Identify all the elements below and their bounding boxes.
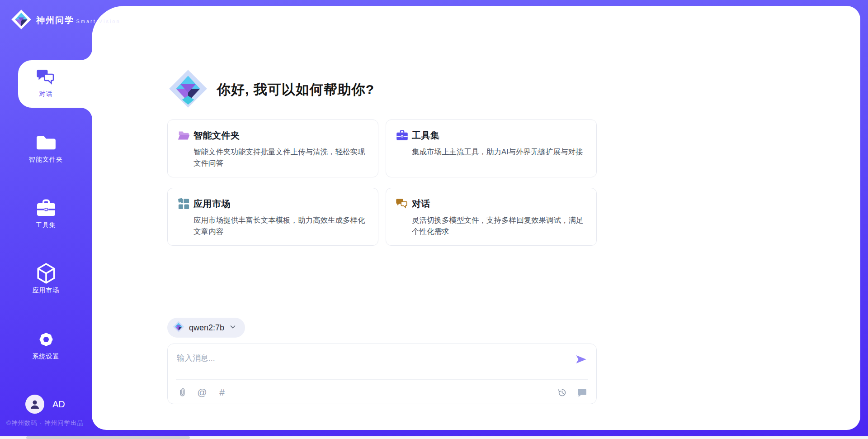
sidebar-item-settings[interactable]: 系统设置 [0,329,92,361]
composer-toolbar: @ # [177,385,587,400]
quick-reply-bubble-icon[interactable] [576,387,587,398]
grid-market-icon [178,198,190,210]
send-button[interactable] [575,353,587,366]
sidebar-item-smart-folder[interactable]: 智能文件夹 [0,133,92,164]
feature-cards-grid: 智能文件夹 智能文件夹功能支持批量文件上传与清洗，轻松实现文件问答 工具集 集成… [167,119,597,246]
user-account-row[interactable]: AD [25,395,65,414]
card-description: 集成市场上主流工具，助力AI与外界无缝扩展与对接 [412,146,585,157]
card-description: 智能文件夹功能支持批量文件上传与清洗，轻松实现文件问答 [193,146,367,169]
chat-bubbles-icon [396,198,408,210]
card-title: 智能文件夹 [193,129,367,142]
sidebar-item-label: 应用市场 [0,286,92,295]
card-chat[interactable]: 对话 灵活切换多模型文件，支持多样回复效果调试，满足个性化需求 [386,188,597,246]
card-description: 灵活切换多模型文件，支持多样回复效果调试，满足个性化需求 [412,215,585,237]
chat-bubbles-icon [0,67,92,87]
active-nav-fillet-bottom [80,108,92,119]
composer-divider [176,379,588,380]
folder-icon [0,133,92,153]
app-root: 神州问学 Smart Vision 对话 智能文件夹 [0,0,868,439]
card-smart-folder[interactable]: 智能文件夹 智能文件夹功能支持批量文件上传与清洗，轻松实现文件问答 [167,119,378,177]
person-icon [29,398,41,410]
history-icon[interactable] [557,387,567,398]
user-name: AD [52,399,65,410]
brand-text: 神州问学 Smart Vision [36,14,121,26]
gear-icon [0,329,92,349]
active-nav-fillet-top [80,48,92,60]
sidebar-item-app-market[interactable]: 应用市场 [0,263,92,295]
horizontal-scrollbar [0,436,868,439]
message-composer: @ # [167,344,597,404]
briefcase-icon [396,129,408,142]
card-toolset[interactable]: 工具集 集成市场上主流工具，助力AI与外界无缝扩展与对接 [386,119,597,177]
assistant-diamond-logo-icon [168,69,208,110]
topic-hash-icon[interactable]: # [217,387,227,398]
sidebar-item-label: 智能文件夹 [0,156,92,164]
card-title: 工具集 [412,129,585,142]
sidebar-item-toolset[interactable]: 工具集 [0,198,92,229]
brand-diamond-logo-icon [11,9,32,32]
avatar [25,395,44,414]
card-title: 应用市场 [193,198,367,210]
model-name: qwen2:7b [189,323,224,333]
greeting-block: 你好, 我可以如何帮助你? [168,67,374,112]
attachment-paperclip-icon[interactable] [177,387,188,398]
card-description: 应用市场提供丰富长文本模板，助力高效生成多样化文章内容 [193,215,367,237]
card-title: 对话 [412,198,585,210]
brand-subtitle: Smart Vision [76,19,120,24]
horizontal-scrollbar-thumb[interactable] [26,436,190,439]
send-plane-icon [575,353,587,366]
briefcase-icon [0,198,92,218]
folder-open-icon [178,129,190,142]
sidebar-item-chat[interactable]: 对话 [0,67,92,98]
message-input[interactable] [177,350,529,366]
sidebar-item-label: 工具集 [0,221,92,229]
chevron-down-icon [229,323,237,333]
sidebar-item-label: 对话 [0,90,92,98]
card-app-market[interactable]: 应用市场 应用市场提供丰富长文本模板，助力高效生成多样化文章内容 [167,188,378,246]
sidebar-item-label: 系统设置 [0,353,92,361]
mention-at-icon[interactable]: @ [197,387,208,398]
brand-logo-block: 神州问学 Smart Vision [11,9,121,32]
composer-right-tools [557,387,587,398]
greeting-title: 你好, 我可以如何帮助你? [217,81,374,99]
composer-left-tools: @ # [177,387,227,398]
copyright-footer: ©神州数码 · 神州问学出品 [6,419,84,427]
cube-icon [0,263,92,283]
brand-name: 神州问学 [36,15,74,25]
model-selector[interactable]: qwen2:7b [167,318,245,338]
model-diamond-icon [173,321,184,334]
